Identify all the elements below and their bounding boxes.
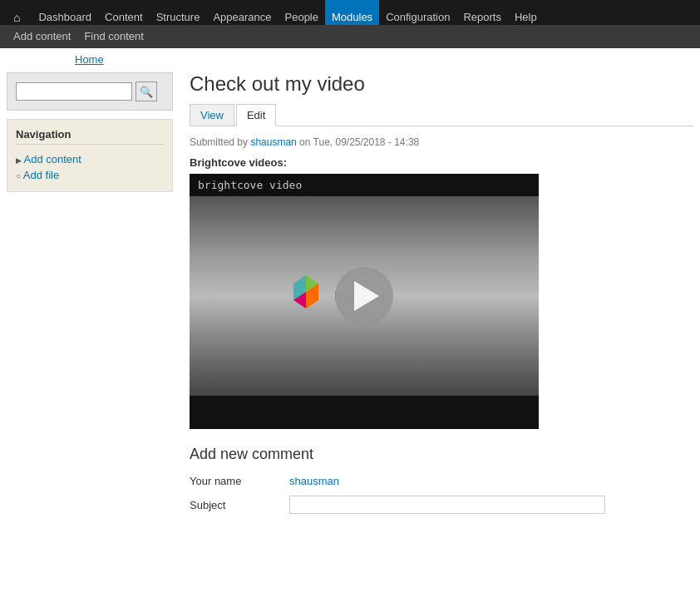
nav-appearance[interactable]: Appearance <box>206 0 278 25</box>
play-arrow-icon <box>354 281 379 311</box>
navigation-list: Add content Add file <box>16 151 164 183</box>
submitted-info: Submitted by shausman on Tue, 09/25/2018… <box>190 136 693 148</box>
video-header: brightcove video <box>190 174 539 196</box>
content-area: Check out my video View Edit Submitted b… <box>190 72 693 522</box>
nav-people[interactable]: People <box>279 0 325 25</box>
your-name-row: Your name shausman <box>190 475 693 487</box>
comment-section: Add new comment Your name shausman Subje… <box>190 446 693 514</box>
tab-edit[interactable]: Edit <box>236 104 276 126</box>
nav-reports[interactable]: Reports <box>456 0 508 25</box>
sidebar: 🔍 Navigation Add content Add file <box>7 72 173 522</box>
video-container: brightcove video brightcov <box>190 174 539 429</box>
navigation-block: Navigation Add content Add file <box>7 119 173 192</box>
navigation-title: Navigation <box>16 128 164 145</box>
your-name-label: Your name <box>190 475 289 487</box>
play-button[interactable] <box>335 267 393 325</box>
your-name-value: shausman <box>289 475 339 487</box>
home-icon[interactable]: ⌂ <box>7 0 27 25</box>
add-file-nav-link[interactable]: Add file <box>23 169 59 181</box>
nav-structure[interactable]: Structure <box>150 0 207 25</box>
video-footer <box>190 396 539 429</box>
find-content-link[interactable]: Find content <box>77 25 150 48</box>
nav-item-add-file: Add file <box>16 167 164 183</box>
subject-row: Subject <box>190 496 693 514</box>
breadcrumb-home[interactable]: Home <box>75 53 104 66</box>
page-title: Check out my video <box>190 72 693 96</box>
main-layout: 🔍 Navigation Add content Add file Check … <box>0 69 700 525</box>
tabs: View Edit <box>190 104 693 126</box>
submitted-text: Submitted by <box>190 136 248 148</box>
search-box: 🔍 <box>7 72 173 111</box>
video-body[interactable]: brightcove <box>190 196 539 396</box>
breadcrumb: Home <box>0 48 700 69</box>
nav-help[interactable]: Help <box>508 0 544 25</box>
add-content-link[interactable]: Add content <box>7 25 77 48</box>
nav-dashboard[interactable]: Dashboard <box>32 0 98 25</box>
search-button[interactable]: 🔍 <box>136 81 157 101</box>
search-input[interactable] <box>16 82 132 101</box>
nav-configuration[interactable]: Configuration <box>379 0 456 25</box>
tab-view[interactable]: View <box>190 104 234 126</box>
add-content-nav-link[interactable]: Add content <box>24 153 81 165</box>
author-link[interactable]: shausman <box>250 136 296 148</box>
subject-label: Subject <box>190 499 289 511</box>
nav-modules[interactable]: Modules <box>325 0 379 25</box>
comment-title: Add new comment <box>190 446 693 463</box>
top-nav: ⌂ Dashboard Content Structure Appearance… <box>0 0 700 25</box>
video-section-label: Brightcove videos: <box>190 156 693 169</box>
nav-item-add-content: Add content <box>16 151 164 167</box>
subject-input[interactable] <box>289 496 605 514</box>
nav-content[interactable]: Content <box>98 0 150 25</box>
submitted-date: on Tue, 09/25/2018 - 14:38 <box>299 136 419 148</box>
